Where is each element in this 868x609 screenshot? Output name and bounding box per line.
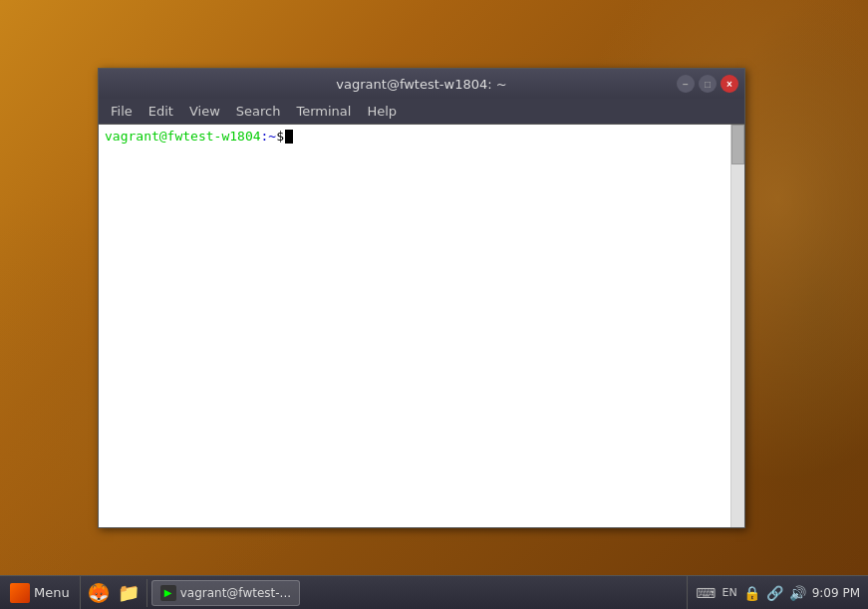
files-icon: 📁 [118,582,140,603]
terminal-content[interactable]: vagrant@fwtest-w1804 :~ $ [99,125,744,527]
clock: 9:09 PM [812,586,860,600]
system-tray: ⌨ EN 🔒 🔗 🔊 9:09 PM [687,576,868,609]
volume-icon[interactable]: 🔊 [789,585,806,601]
taskbar-quicklaunch: 🦊 📁 [81,579,147,607]
window-controls: − □ × [677,75,738,93]
network-status-icon[interactable]: 🔗 [766,585,783,601]
menu-bar: File Edit View Search Terminal Help [99,99,744,125]
firefox-icon: 🦊 [89,583,109,603]
close-button[interactable]: × [721,75,738,93]
menu-terminal[interactable]: Terminal [288,102,359,121]
taskbar: Menu 🦊 📁 ▶ vagrant@fwtest-... ⌨ EN 🔒 🔗 🔊… [0,575,868,609]
scrollbar-track[interactable] [730,125,744,527]
scrollbar-thumb[interactable] [731,125,744,164]
network-icon[interactable]: 🔒 [743,585,760,601]
start-icon [10,583,30,603]
files-launch-button[interactable]: 📁 [115,579,143,607]
task-terminal[interactable]: ▶ vagrant@fwtest-... [151,580,300,606]
cursor [285,130,293,144]
maximize-button[interactable]: □ [699,75,717,93]
menu-edit[interactable]: Edit [141,102,181,121]
firefox-launch-button[interactable]: 🦊 [85,579,113,607]
menu-search[interactable]: Search [228,102,289,121]
keyboard-layout-icon[interactable]: ⌨ [696,585,716,601]
window-title: vagrant@fwtest-w1804: ~ [336,77,506,92]
task-terminal-label: vagrant@fwtest-... [180,586,291,600]
menu-view[interactable]: View [181,102,228,121]
keyboard-layout-label[interactable]: EN [722,586,736,599]
menu-file[interactable]: File [103,102,141,121]
title-bar: vagrant@fwtest-w1804: ~ − □ × [99,69,744,99]
prompt-user: vagrant@fwtest-w1804 [105,129,261,144]
prompt-separator-path: :~ [261,129,277,144]
menu-help[interactable]: Help [359,102,405,121]
task-terminal-icon: ▶ [160,585,176,601]
prompt-line: vagrant@fwtest-w1804 :~ $ [105,129,738,144]
start-label: Menu [34,585,70,600]
taskbar-tasks: ▶ vagrant@fwtest-... [147,580,688,606]
start-button[interactable]: Menu [0,576,81,609]
prompt-dollar: $ [276,129,284,144]
terminal-window: vagrant@fwtest-w1804: ~ − □ × File Edit … [98,68,745,528]
minimize-button[interactable]: − [677,75,695,93]
